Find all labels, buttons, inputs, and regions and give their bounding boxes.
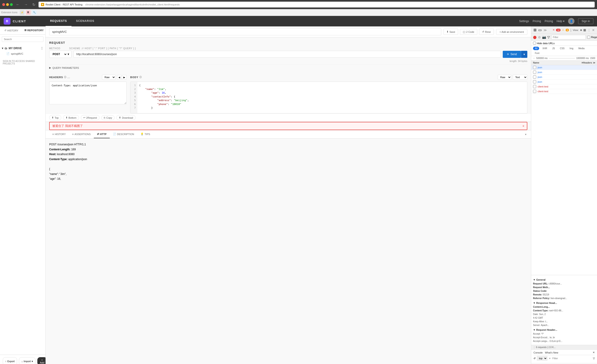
view-list-icon[interactable]: ≡ [580,28,582,32]
pricing-link[interactable]: Pricing [533,20,541,23]
detail-request-url: Request URL: t:8080/cour... [533,282,595,286]
ext-icon-1[interactable]: ⚡ [20,10,24,15]
ext-icon-3[interactable]: 🔧 [32,10,37,15]
network-item-0[interactable]: json [531,65,597,70]
console-label[interactable]: Console [534,351,542,354]
send-button[interactable]: ✈ Send [503,51,521,58]
browser-address[interactable]: ★ Restlet Client - REST API Testing chro… [39,2,595,8]
copy-button[interactable]: ⎘ Copy [101,115,115,120]
send-dropdown-button[interactable]: ▾ [521,51,527,58]
code-content[interactable]: { "name": "Jim", "age": 16, "contactInfo… [137,82,527,113]
user-avatar[interactable]: 👤 [568,18,574,24]
body-type-select[interactable]: Text JSON [513,75,527,80]
headers-next-button[interactable]: ▶ [122,75,126,79]
whats-new-label[interactable]: What's New [545,351,558,354]
network-item-1[interactable]: json [531,70,597,75]
history-tab[interactable]: ↺ HISTORY [0,26,23,34]
search-input[interactable] [2,36,43,42]
nav-scenarios[interactable]: SCENARIOS [71,16,99,26]
type-tab-font[interactable]: Font [533,51,541,55]
network-item-2[interactable]: json [531,75,597,79]
filter-input[interactable] [552,357,591,360]
method-dropdown[interactable]: POST GET PUT DELETE [52,52,67,56]
network-item-checkbox-0[interactable] [533,66,536,69]
console-close-icon[interactable]: ✕ [593,351,595,354]
my-drive-title[interactable]: ▾ 🗂 MY DRIVE ⋮ [2,46,43,51]
hide-data-urls-input[interactable] [533,42,536,45]
tab-history[interactable]: ≡ HISTORY [49,131,69,138]
devtools-settings-icon[interactable]: ⋮ [588,28,591,32]
top-select[interactable]: top top [537,356,547,361]
headers-prev-button[interactable]: ◀ [117,75,122,79]
network-item-checkbox-4[interactable] [533,85,536,88]
type-tab-all[interactable]: All [533,47,539,50]
view-grid-icon[interactable]: ⊞ [583,28,586,32]
devtools-more-icon[interactable]: ≫ [543,28,547,32]
network-item-5[interactable]: client-test [531,89,597,94]
to-request-button[interactable]: ↩ 2Request [81,115,100,120]
tab-description[interactable]: 📄 DESCRIPTION [110,130,137,138]
type-tab-js[interactable]: JS [550,47,557,50]
filter-button[interactable]: ▽ [547,35,550,39]
devtools-panel-icon[interactable]: ▭ [538,28,542,32]
query-params-expand-icon: ▶ [49,66,51,69]
code-button[interactable]: { } 2 Code [460,29,477,35]
sidebar-item-springmvc[interactable]: 📄 springMVC [2,51,43,56]
request-name-input[interactable] [49,28,441,35]
url-input[interactable] [73,51,501,58]
dot-green [10,3,13,6]
import-button[interactable]: ↓ Import ▾ [19,357,36,364]
reload-icon[interactable]: ↺ [534,357,535,360]
ext-icon-2[interactable]: R [26,10,31,15]
devtools-close-icon[interactable]: ✕ [592,28,595,32]
type-tab-css[interactable]: CSS [558,47,566,50]
camera-button[interactable]: 📷 [542,35,546,39]
devtools-footer: ⋮ 6 requests | 2.0 K... [531,345,597,349]
network-item-checkbox-1[interactable] [533,71,536,74]
reset-button[interactable]: ↺ Rese [479,29,494,35]
help-menu[interactable]: Help ▾ [557,20,565,23]
download-icon: ⬇ [119,116,121,119]
nav-requests[interactable]: REQUESTS [46,16,71,26]
network-item-checkbox-3[interactable] [533,80,536,83]
network-item-checkbox-5[interactable] [533,90,536,93]
method-select[interactable]: POST GET PUT DELETE ▾ [49,51,71,58]
filter-icon[interactable]: ▽ [593,357,595,360]
expand-button[interactable]: ▾ [524,132,527,137]
type-tab-media[interactable]: Media [576,47,586,50]
devtools-filter-input[interactable] [551,35,586,40]
refresh-button[interactable]: ↻ [31,2,37,7]
headers-format-select[interactable]: Raw Form [102,75,116,80]
network-item-4[interactable]: client-test [531,84,597,89]
copy-icon: ⎘ [104,116,105,119]
download-button[interactable]: ⬇ Download [116,115,135,120]
type-tab-img[interactable]: Img [568,47,575,50]
record-button[interactable]: ⬤ [533,35,537,39]
stop-button[interactable]: ⊘ [538,35,541,39]
top-button[interactable]: ⬆ Top [49,115,61,120]
devtools-grid-icon[interactable]: ⊞ [534,28,536,32]
settings-link[interactable]: Settings [519,20,529,23]
type-tab-xhr[interactable]: XHR [541,47,549,50]
drive-more-icon[interactable]: ⋮ [40,47,43,50]
add-environment-button[interactable]: + Add an environment [496,29,527,35]
forward-button[interactable]: → [23,2,29,7]
save-button[interactable]: ⬇ Save [444,29,458,35]
network-item-checkbox-2[interactable] [533,75,536,79]
tab-tips[interactable]: 💡 TIPS [137,130,153,138]
sign-in-button[interactable]: Sign in [578,18,593,24]
back-button[interactable]: ← [15,2,21,7]
request-headers-section: ▼ Request Header... [533,328,595,331]
regex-checkbox-input[interactable] [587,36,590,39]
tab-http[interactable]: ⇄ HTTP [94,130,110,138]
bottom-button[interactable]: ⬇ Bottom [63,115,79,120]
headers-textarea[interactable]: Content-Type: application/json [49,81,126,104]
network-item-3[interactable]: json [531,79,597,84]
repository-tab[interactable]: ⊞ REPOSITORY [23,26,46,34]
export-button[interactable]: ↑ Export [3,357,17,364]
body-format-select[interactable]: Raw Form [498,75,511,80]
tab-assertions[interactable]: ≡ ASSERTIONS [69,131,94,138]
hide-data-urls-checkbox[interactable]: Hide data URLs [533,42,595,45]
query-params-row[interactable]: ▶ QUERY PARAMETERS [49,64,527,71]
regex-checkbox[interactable]: Regex [587,36,597,39]
